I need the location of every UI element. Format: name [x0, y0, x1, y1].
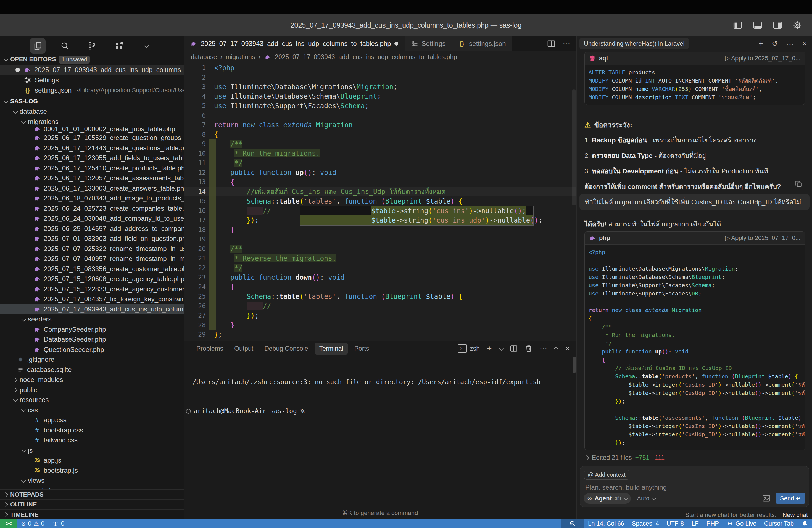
tree-item-2025-06-25-014657-add-address-to-companies-tabl-[interactable]: 2025_06_25_014657_add_address_to_compani… — [0, 224, 184, 234]
code-line-3[interactable]: 3use Illuminate\Database\Migrations\Migr… — [184, 82, 576, 92]
more-actions-icon[interactable]: ⋯ — [540, 344, 547, 353]
extensions-icon[interactable] — [111, 38, 127, 54]
tree-item-2025-06-18-070343-add-image-to-products-table-p-[interactable]: 2025_06_18_070343_add_image_to_products_… — [0, 193, 184, 204]
tab-settings[interactable]: Settings — [405, 36, 452, 51]
cursor-position[interactable]: Ln 14, Col 66 — [584, 519, 628, 528]
tree-item-2025-07-15-083356-create-customer-table-php[interactable]: 2025_07_15_083356_create_customer_table.… — [0, 264, 184, 274]
code-line-11[interactable]: 11 */ — [184, 158, 576, 168]
code-line-18[interactable]: 18 } — [184, 225, 576, 235]
apply-button[interactable]: ▷ Apply to 2025_07_17_0... — [725, 234, 800, 241]
tree-item-2025-07-17-084357-fix-foreign-key-constraints-php[interactable]: 2025_07_17_084357_fix_foreign_key_constr… — [0, 294, 184, 304]
tree-item-2025-07-17-093943-add-cus-ins-udp-columns-to-ta-[interactable]: 2025_07_17_093943_add_cus_ins_udp_column… — [0, 304, 184, 314]
add-context-button[interactable]: @ Add context — [584, 470, 629, 480]
tree-item-2025-07-07-040957-rename-timestamp-in-multiple-t-[interactable]: 2025_07_07_040957_rename_timestamp_in_mu… — [0, 254, 184, 264]
panel-tab-terminal[interactable]: Terminal — [315, 343, 348, 355]
go-live-button[interactable]: Go Live — [723, 519, 760, 528]
apply-button[interactable]: ▷ Apply to 2025_07_17_0... — [725, 55, 800, 62]
code-line-14[interactable]: 14 //เพิ่มคอลัมภ์ Cus_Ins และ Cus_Ins_Ud… — [184, 187, 576, 196]
split-terminal-icon[interactable] — [510, 344, 518, 352]
panel-tab-problems[interactable]: Problems — [192, 343, 228, 355]
explorer-icon[interactable] — [30, 38, 46, 54]
tree-item-2025-07-15-120608-create-agency-table-php[interactable]: 2025_07_15_120608_create_agency_table.ph… — [0, 274, 184, 284]
problems-status[interactable]: ⊗ 0 ⚠ 0 — [17, 519, 48, 528]
tree-item-2025-07-07-025322-rename-timestamp-in-users-tab-[interactable]: 2025_07_07_025322_rename_timestamp_in_us… — [0, 244, 184, 254]
encoding[interactable]: UTF-8 — [663, 519, 688, 528]
tree-item-2025-06-17-123055-add-fields-to-users-table-php[interactable]: 2025_06_17_123055_add_fields_to_users_ta… — [0, 153, 184, 163]
code-line-28[interactable]: 28 } — [184, 320, 576, 330]
breadcrumb-migrations[interactable]: migrations — [226, 53, 255, 61]
more-actions-icon[interactable]: ⋯ — [563, 39, 570, 48]
image-icon[interactable] — [762, 494, 771, 503]
tree-item-2025-07-01-033903-add-field-on-question-php[interactable]: 2025_07_01_033903_add_field_on_question.… — [0, 234, 184, 244]
code-line-20[interactable]: 20 /** — [184, 244, 576, 254]
tree-item-database[interactable]: database — [0, 107, 184, 117]
panel-tab-debug-console[interactable]: Debug Console — [260, 343, 313, 355]
tree-item-2025-06-24-030048-add-company-id-to-users-tabl-[interactable]: 2025_06_24_030048_add_company_id_to_user… — [0, 214, 184, 224]
code-line-8[interactable]: 8{ — [184, 130, 576, 140]
ai-inline-suggestion[interactable]: $table->string('cus_ins')->nullable(); $… — [300, 206, 534, 225]
breadcrumb[interactable]: database › migrations › 2025_07_17_09394… — [184, 51, 576, 63]
close-panel-icon[interactable]: × — [565, 344, 570, 353]
code-line-27[interactable]: 27 }); — [184, 311, 576, 320]
zoom-status-icon[interactable] — [561, 519, 584, 528]
code-line-25[interactable]: 25 Schema::table('tables', function (Blu… — [184, 292, 576, 301]
indentation[interactable]: Spaces: 4 — [628, 519, 663, 528]
terminal-scrollbar[interactable] — [572, 356, 576, 373]
code-line-22[interactable]: 22 */ — [184, 263, 576, 273]
tree-item-node-modules[interactable]: node_modules — [0, 375, 184, 385]
notepads-section[interactable]: NOTEPADS — [0, 489, 184, 500]
panel-tab-ports[interactable]: Ports — [350, 343, 374, 355]
trash-icon[interactable] — [525, 344, 533, 352]
new-terminal-icon[interactable]: + — [487, 344, 492, 353]
open-editors-header[interactable]: OPEN EDITORS 1 unsaved — [0, 54, 184, 64]
remote-indicator[interactable]: >< — [0, 519, 17, 528]
code-line-13[interactable]: 13 { — [184, 177, 576, 187]
agent-mode-selector[interactable]: ∞ Agent ⌘I — [584, 493, 631, 504]
open-editor-item-settings[interactable]: Settings — [0, 75, 184, 85]
views-chevron-icon[interactable] — [139, 38, 154, 54]
tree-item-2025-06-17-132057-create-assessments-table-php[interactable]: 2025_06_17_132057_create_assessments_tab… — [0, 173, 184, 184]
tree-item-2025-06-17-133003-create-answers-table-php[interactable]: 2025_06_17_133003_create_answers_table.p… — [0, 184, 184, 194]
tab-settings-json[interactable]: {} settings.json — [452, 36, 512, 51]
eol-sequence[interactable]: LF — [688, 519, 702, 528]
split-editor-icon[interactable] — [547, 40, 555, 48]
tree-item-database-sqlite[interactable]: database.sqlite — [0, 365, 184, 375]
tree-item-2025-06-17-121443-create-questions-table-php[interactable]: 2025_06_17_121443_create_questions_table… — [0, 143, 184, 153]
tree-item-app-css[interactable]: #app.css — [0, 415, 184, 425]
code-line-7[interactable]: 7return new class extends Migration — [184, 120, 576, 130]
code-line-24[interactable]: 24 { — [184, 282, 576, 292]
code-line-10[interactable]: 10 * Run the migrations. — [184, 149, 576, 159]
ports-status[interactable]: 0 — [48, 519, 68, 528]
tree-item-views[interactable]: views — [0, 475, 184, 486]
outline-section[interactable]: OUTLINE — [0, 499, 184, 510]
tree-item-js[interactable]: js — [0, 445, 184, 456]
tree-item-2025-07-15-122833-create-agency-customer-table-p-[interactable]: 2025_07_15_122833_create_agency_customer… — [0, 284, 184, 294]
tree-item-seeders[interactable]: seeders — [0, 314, 184, 324]
tree-item-companyseeder-php[interactable]: CompanySeeder.php — [0, 324, 184, 335]
panel-tab-output[interactable]: Output — [230, 343, 258, 355]
source-control-icon[interactable] — [84, 38, 100, 54]
send-button[interactable]: Send ↵ — [775, 493, 806, 504]
code-line-2[interactable]: 2 — [184, 73, 576, 82]
tree-item-databaseseeder-php[interactable]: DatabaseSeeder.php — [0, 334, 184, 344]
tree-item-2025-06-24-025723-create-companies-table-php[interactable]: 2025_06_24_025723_create_companies_table… — [0, 204, 184, 214]
code-line-23[interactable]: 23 public function down(): void — [184, 273, 576, 282]
gear-icon[interactable] — [793, 20, 802, 30]
code-line-12[interactable]: 12 public function up(): void — [184, 168, 576, 178]
tree-item--gitignore[interactable]: .gitignore — [0, 355, 184, 365]
tab-migration-file[interactable]: 2025_07_17_093943_add_cus_ins_udp_column… — [184, 36, 405, 51]
code-line-15[interactable]: 15 Schema::table('tables', function (Blu… — [184, 196, 576, 206]
editor-scrollbar[interactable] — [572, 89, 576, 205]
code-line-5[interactable]: 5use Illuminate\Support\Facades\Schema; — [184, 101, 576, 111]
edited-files-row[interactable]: Edited 21 files +751 -111 — [585, 454, 665, 461]
chevron-up-icon[interactable] — [553, 346, 559, 351]
tree-item-admin[interactable]: admin — [0, 486, 184, 489]
tree-item-questionseeder-php[interactable]: QuestionSeeder.php — [0, 344, 184, 355]
toggle-bottom-panel-icon[interactable] — [753, 20, 762, 30]
search-icon[interactable] — [57, 38, 73, 54]
new-chat-icon[interactable]: + — [758, 39, 764, 48]
chat-input-box[interactable]: @ Add context Plan, search, build anythi… — [580, 466, 809, 507]
more-actions-icon[interactable]: ⋯ — [786, 39, 794, 48]
tree-item-bootstrap-css[interactable]: #bootstrap.css — [0, 425, 184, 436]
code-line-19[interactable]: 19 — [184, 234, 576, 244]
